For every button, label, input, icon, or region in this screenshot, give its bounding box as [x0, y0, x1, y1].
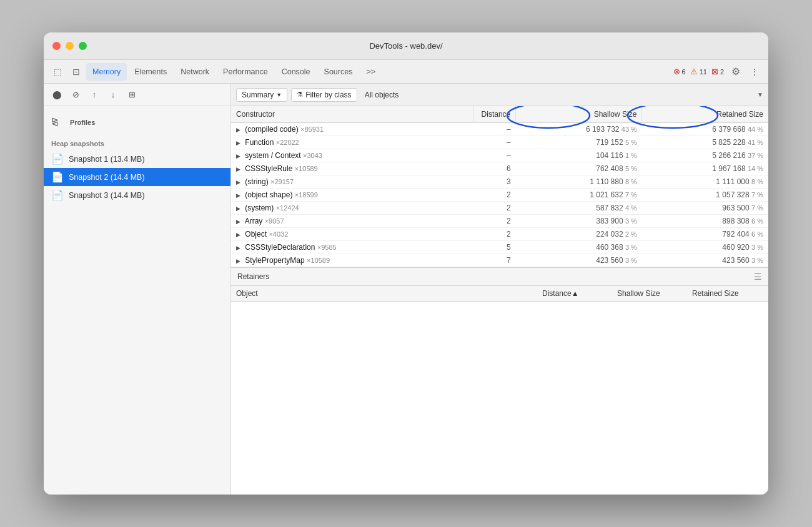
- filter-icon: ⚗: [297, 91, 303, 99]
- distance-cell: 2: [473, 202, 516, 215]
- constructor-cell: ▶ (string) ×29157: [231, 175, 473, 189]
- tabbar: ⬚ ⊡ Memory Elements Network Performance …: [44, 60, 768, 84]
- constructor-name: Function: [245, 138, 274, 147]
- titlebar: DevTools - web.dev/: [44, 32, 768, 60]
- table-row[interactable]: ▶ system / Context ×3043 – 104 116 1 % 5…: [231, 149, 768, 162]
- constructor-name: system / Context: [245, 151, 300, 160]
- devtools-window: DevTools - web.dev/ ⬚ ⊡ Memory Elements …: [44, 32, 768, 495]
- retained-size-cell: 792 404 6 %: [642, 228, 768, 241]
- retainers-header: Retainers ☰: [231, 268, 768, 286]
- shallow-size-cell: 762 408 5 %: [516, 162, 642, 175]
- table-row[interactable]: ▶ Array ×9057 2 383 900 3 % 898 308 6 %: [231, 215, 768, 228]
- traffic-lights: [52, 42, 87, 50]
- ret-col-retained[interactable]: Retained Size: [687, 286, 768, 301]
- snapshot-item-1[interactable]: 📄 Snapshot 1 (13.4 MB): [44, 150, 230, 168]
- expand-arrow[interactable]: ▶: [236, 179, 240, 185]
- shallow-size-cell: 383 900 3 %: [516, 215, 642, 228]
- count-badge: ×12424: [276, 204, 299, 212]
- tab-more[interactable]: >>: [360, 63, 382, 81]
- sidebar: ⬤ ⊘ ↑ ↓ ⊞ ⧎ Profiles Heap snapshots 📄 Sn…: [44, 84, 231, 495]
- record-button[interactable]: ⬤: [49, 87, 65, 103]
- tab-performance[interactable]: Performance: [217, 63, 274, 81]
- shallow-size-cell: 1 021 632 7 %: [516, 189, 642, 202]
- snapshot-item-3[interactable]: 📄 Snapshot 3 (14.4 MB): [44, 186, 230, 204]
- download-button[interactable]: ↓: [105, 87, 121, 103]
- tab-sources[interactable]: Sources: [318, 63, 359, 81]
- snapshot-label-3: Snapshot 3 (14.4 MB): [69, 191, 145, 200]
- distance-cell: –: [473, 149, 516, 162]
- distance-cell: 2: [473, 228, 516, 241]
- summary-dropdown[interactable]: Summary ▼: [236, 88, 287, 102]
- retainers-menu-icon: ☰: [754, 272, 762, 282]
- constructor-name: (string): [245, 177, 268, 186]
- retainers-body: [231, 302, 768, 401]
- snapshot-item-2[interactable]: 📄 Snapshot 2 (14.4 MB): [44, 168, 230, 186]
- tab-network[interactable]: Network: [174, 63, 215, 81]
- layers-icon[interactable]: ⊡: [67, 63, 85, 81]
- constructor-cell: ▶ CSSStyleRule ×10589: [231, 162, 473, 175]
- retained-size-cell: 1 057 328 7 %: [642, 189, 768, 202]
- constructor-name: (system): [245, 204, 274, 212]
- table-row[interactable]: ▶ StylePropertyMap ×10589 7 423 560 3 % …: [231, 254, 768, 267]
- close-button[interactable]: [52, 42, 61, 50]
- table-row[interactable]: ▶ (object shape) ×18599 2 1 021 632 7 % …: [231, 189, 768, 202]
- more-options-icon[interactable]: ⋮: [746, 63, 763, 81]
- ret-col-shallow[interactable]: Shallow Size: [612, 286, 687, 301]
- settings-icon[interactable]: ⚙: [727, 63, 745, 81]
- col-shallow-size[interactable]: Shallow Size: [516, 106, 642, 123]
- table-row[interactable]: ▶ Object ×4032 2 224 032 2 % 792 404 6 %: [231, 228, 768, 241]
- retained-size-cell: 898 308 6 %: [642, 215, 768, 228]
- maximize-button[interactable]: [79, 42, 87, 50]
- shallow-size-cell: 587 832 4 %: [516, 202, 642, 215]
- expand-arrow[interactable]: ▶: [236, 219, 240, 225]
- filter-label: Filter by class: [305, 91, 351, 99]
- distance-cell: –: [473, 136, 516, 149]
- table-row[interactable]: ▶ (compiled code) ×85931 – 6 193 732 43 …: [231, 123, 768, 136]
- expand-arrow[interactable]: ▶: [236, 153, 240, 159]
- ret-col-distance[interactable]: Distance▲: [537, 286, 612, 301]
- tab-console[interactable]: Console: [275, 63, 317, 81]
- count-badge: ×9585: [317, 244, 337, 251]
- count-badge: ×10589: [307, 257, 330, 264]
- count-badge: ×22022: [276, 139, 299, 146]
- distance-cell: 5: [473, 241, 516, 254]
- constructor-cell: ▶ Array ×9057: [231, 215, 473, 228]
- retained-size-cell: 6 379 668 44 %: [642, 123, 768, 136]
- table-row[interactable]: ▶ (string) ×29157 3 1 110 880 8 % 1 111 …: [231, 175, 768, 189]
- constructor-cell: ▶ system / Context ×3043: [231, 149, 473, 162]
- expand-arrow[interactable]: ▶: [236, 258, 240, 264]
- table-row[interactable]: ▶ CSSStyleRule ×10589 6 762 408 5 % 1 96…: [231, 162, 768, 175]
- expand-arrow[interactable]: ▶: [236, 245, 240, 251]
- expand-arrow[interactable]: ▶: [236, 205, 240, 212]
- error-count: 6: [682, 68, 686, 76]
- table-row[interactable]: ▶ CSSStyleDeclaration ×9585 5 460 368 3 …: [231, 241, 768, 254]
- expand-arrow[interactable]: ▶: [236, 192, 240, 199]
- window-title: DevTools - web.dev/: [369, 41, 442, 51]
- filter-by-class-button[interactable]: ⚗ Filter by class: [291, 88, 357, 102]
- expand-arrow[interactable]: ▶: [236, 127, 240, 133]
- retainers-section: Retainers ☰ Object Distance▲ Shallow Siz…: [231, 267, 768, 401]
- col-retained-size[interactable]: Retained Size: [642, 106, 768, 123]
- constructor-cell: ▶ StylePropertyMap ×10589: [231, 254, 473, 267]
- clear-button[interactable]: ⊞: [124, 87, 140, 103]
- expand-arrow[interactable]: ▶: [236, 140, 240, 146]
- upload-button[interactable]: ↑: [86, 87, 102, 103]
- col-distance[interactable]: Distance: [473, 106, 516, 123]
- snapshot-label-2: Snapshot 2 (14.4 MB): [69, 173, 145, 182]
- tab-elements[interactable]: Elements: [128, 63, 173, 81]
- retained-size-cell: 460 920 3 %: [642, 241, 768, 254]
- expand-arrow[interactable]: ▶: [236, 166, 240, 172]
- minimize-button[interactable]: [66, 42, 74, 50]
- tab-memory[interactable]: Memory: [86, 63, 127, 81]
- count-badge: ×85931: [300, 126, 324, 133]
- col-constructor[interactable]: Constructor: [231, 106, 473, 123]
- table-row[interactable]: ▶ (system) ×12424 2 587 832 4 % 963 500 …: [231, 202, 768, 215]
- distance-cell: –: [473, 123, 516, 136]
- ret-col-object[interactable]: Object: [231, 286, 537, 301]
- count-badge: ×4032: [269, 230, 288, 238]
- stop-button[interactable]: ⊘: [67, 87, 84, 103]
- table-row[interactable]: ▶ Function ×22022 – 719 152 5 % 5 825 22…: [231, 136, 768, 149]
- right-panel: Summary ▼ ⚗ Filter by class All objects …: [231, 84, 768, 495]
- cursor-icon[interactable]: ⬚: [49, 63, 66, 81]
- expand-arrow[interactable]: ▶: [236, 232, 240, 238]
